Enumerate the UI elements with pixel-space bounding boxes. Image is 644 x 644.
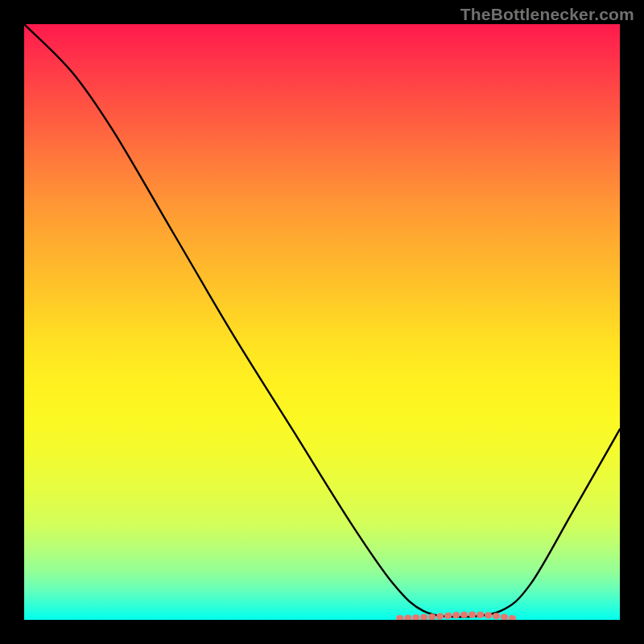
optimal-range-highlight [399, 615, 513, 619]
chart-plot-area [24, 24, 620, 620]
chart-svg [24, 24, 620, 620]
bottleneck-curve [24, 24, 620, 617]
watermark-text: TheBottlenecker.com [460, 5, 634, 24]
